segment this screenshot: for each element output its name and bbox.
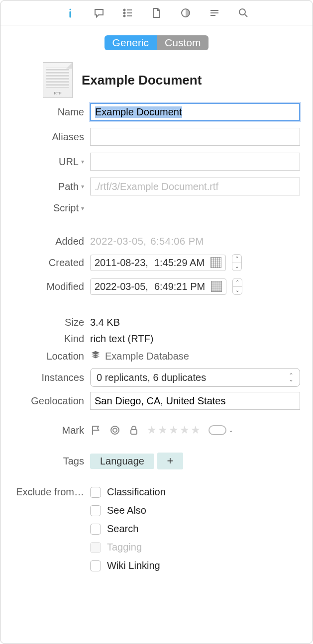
geolocation-input[interactable] xyxy=(90,392,300,410)
aliases-label: Aliases xyxy=(13,131,90,143)
svg-line-13 xyxy=(245,14,247,17)
svg-point-12 xyxy=(239,9,245,15)
mark-label: Mark xyxy=(13,425,90,436)
path-input[interactable] xyxy=(90,178,300,195)
svg-point-15 xyxy=(113,428,117,432)
stepper-up-icon[interactable]: ⌃ xyxy=(232,255,241,263)
tab-comment-icon[interactable] xyxy=(85,3,113,23)
calendar-icon[interactable] xyxy=(210,257,221,268)
segment-custom[interactable]: Custom xyxy=(157,35,209,50)
checkbox-icon[interactable] xyxy=(90,505,101,516)
pill-icon xyxy=(209,425,226,435)
path-label[interactable]: Path▾ xyxy=(13,181,90,192)
segment-generic[interactable]: Generic xyxy=(104,35,157,50)
svg-point-2 xyxy=(124,9,125,10)
svg-point-0 xyxy=(70,8,71,10)
chevron-down-icon: ⌄ xyxy=(228,427,233,434)
tab-contrast-icon[interactable] xyxy=(172,3,200,23)
chevron-down-icon: ▾ xyxy=(81,205,84,212)
stepper-down-icon[interactable]: ⌄ xyxy=(233,287,242,295)
created-stepper[interactable]: ⌃⌄ xyxy=(232,254,242,271)
location-label: Location xyxy=(13,351,90,362)
chevron-down-icon: ▾ xyxy=(81,158,84,165)
checkbox-icon[interactable] xyxy=(90,487,101,498)
tab-list-icon[interactable] xyxy=(114,3,142,23)
circle-target-icon[interactable] xyxy=(109,424,121,436)
exclude-label: Exclude from… xyxy=(13,485,90,498)
size-label: Size xyxy=(13,317,90,328)
kind-label: Kind xyxy=(13,333,90,345)
tab-info-icon[interactable] xyxy=(56,3,84,23)
instances-dropdown[interactable]: 0 replicants, 6 duplicates ⌃⌄ xyxy=(90,368,300,387)
size-value: 3.4 KB xyxy=(90,317,120,328)
calendar-icon[interactable] xyxy=(211,281,222,292)
added-date: 2022-03-05, xyxy=(90,236,146,247)
svg-rect-16 xyxy=(131,430,137,434)
svg-point-14 xyxy=(111,426,119,434)
name-input[interactable] xyxy=(90,103,300,121)
exclude-wiki-linking[interactable]: Wiki Linking xyxy=(90,560,166,571)
exclude-search[interactable]: Search xyxy=(90,523,166,535)
exclude-classification[interactable]: Classification xyxy=(90,486,166,498)
chevron-down-icon: ▾ xyxy=(81,183,84,190)
database-stack-icon xyxy=(90,350,101,363)
kind-value: rich text (RTF) xyxy=(90,333,153,345)
rating-stars[interactable]: ★★★★★ xyxy=(147,424,202,437)
svg-point-4 xyxy=(124,12,125,13)
stepper-down-icon[interactable]: ⌄ xyxy=(232,263,241,271)
stepper-up-icon[interactable]: ⌃ xyxy=(233,278,242,287)
inspector-toolbar xyxy=(0,0,313,25)
added-label: Added xyxy=(13,236,90,247)
modified-stepper[interactable]: ⌃⌄ xyxy=(232,278,242,295)
checkbox-icon xyxy=(90,542,101,553)
exclude-see-also[interactable]: See Also xyxy=(90,505,166,516)
svg-point-6 xyxy=(124,15,125,16)
aliases-input[interactable] xyxy=(90,128,300,146)
url-input[interactable] xyxy=(90,153,300,171)
checkbox-icon[interactable] xyxy=(90,524,101,535)
add-tag-button[interactable]: + xyxy=(157,453,183,469)
exclude-tagging: Tagging xyxy=(90,542,166,553)
modified-date-field[interactable]: 2022-03-05, 6:49:21 PM xyxy=(90,278,226,295)
document-title: Example Document xyxy=(82,73,202,88)
generic-custom-segment: Generic Custom xyxy=(13,35,300,50)
location-value[interactable]: Example Database xyxy=(105,351,189,362)
lock-icon[interactable] xyxy=(128,424,140,436)
checkbox-icon[interactable] xyxy=(90,560,101,571)
created-label: Created xyxy=(13,257,90,269)
added-time: 6:54:06 PM xyxy=(150,236,204,247)
tab-paragraph-icon[interactable] xyxy=(201,3,228,23)
created-date-field[interactable]: 2011-08-23, 1:45:29 AM xyxy=(90,255,226,271)
label-color-picker[interactable]: ⌄ xyxy=(209,425,233,435)
name-label: Name xyxy=(13,106,90,118)
flag-icon[interactable] xyxy=(90,424,102,436)
exclude-checklist: Classification See Also Search Tagging W… xyxy=(90,485,166,571)
modified-label: Modified xyxy=(13,281,90,292)
tab-document-icon[interactable] xyxy=(143,3,171,23)
tag-language[interactable]: Language xyxy=(90,454,154,469)
instances-label: Instances xyxy=(13,372,90,383)
script-label[interactable]: Script▾ xyxy=(13,202,90,214)
file-thumbnail-icon: RTF xyxy=(43,62,73,98)
updown-arrows-icon: ⌃⌄ xyxy=(289,373,294,382)
tab-search-icon[interactable] xyxy=(229,3,257,23)
url-label[interactable]: URL▾ xyxy=(13,156,90,168)
tags-label: Tags xyxy=(13,456,90,467)
geolocation-label: Geolocation xyxy=(13,395,90,407)
